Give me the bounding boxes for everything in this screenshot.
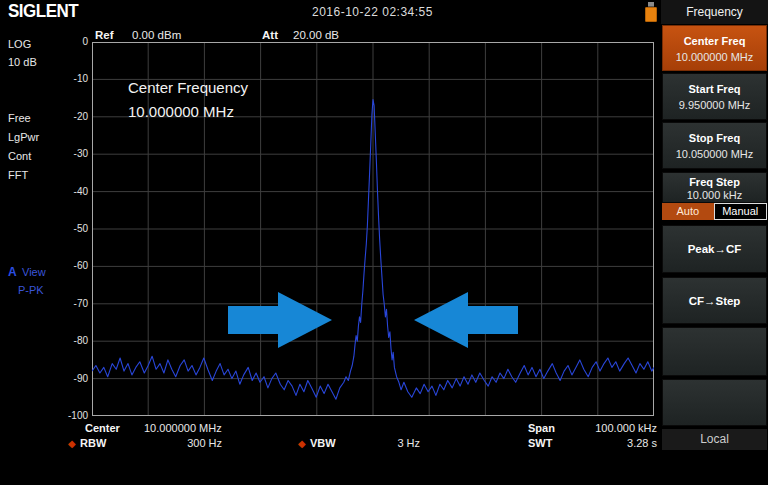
peak-to-cf-label: Peak→CF [688, 243, 742, 255]
attenuation-value: 20.00 dB [293, 29, 339, 41]
y-axis-tick: -10 [50, 73, 88, 84]
y-axis-tick: 0 [50, 36, 88, 47]
ref-level-label: Ref [95, 29, 114, 41]
vbw-coupled-diamond-icon: ◆ [298, 438, 306, 449]
swt-value: 3.28 s [558, 437, 657, 449]
scale-per-div-label: 10 dB [8, 56, 37, 68]
trigger-free-label: Free [8, 112, 31, 124]
sweep-cont-label: Cont [8, 150, 31, 162]
start-freq-button-value: 9.950000 MHz [663, 95, 766, 111]
attenuation-label: Att [262, 29, 278, 41]
span-readout-label: Span [528, 422, 555, 434]
y-axis-tick: -40 [50, 186, 88, 197]
y-axis-tick: -20 [50, 111, 88, 122]
amplitude-scale-label: LOG [8, 38, 31, 50]
top-bar: SIGLENT 2016-10-22 02:34:55 [0, 0, 661, 24]
freq-step-button-value: 10.000 kHz [663, 188, 766, 201]
local-button[interactable]: Local [662, 429, 767, 450]
cf-to-step-label: CF→Step [689, 295, 741, 307]
freq-step-button-label: Freq Step [663, 173, 766, 188]
swt-label: SWT [528, 437, 552, 449]
center-freq-readout-label: Center [85, 422, 120, 434]
fft-mode-label: FFT [8, 169, 28, 181]
vbw-label: VBW [310, 437, 336, 449]
softkey-sidebar: Frequency Center Freq 10.000000 MHz Star… [661, 0, 768, 485]
center-freq-readout-value: 10.000000 MHz [144, 422, 222, 434]
softkey-blank-1[interactable] [662, 327, 767, 376]
span-readout-value: 100.000 kHz [558, 422, 657, 434]
y-axis-tick: -70 [50, 298, 88, 309]
battery-body [645, 7, 657, 22]
freq-step-auto-manual-toggle: Auto Manual [662, 203, 767, 220]
spectrum-plot: Center Frequency 10.000000 MHz [92, 42, 654, 416]
menu-title: Frequency [661, 0, 768, 24]
center-frequency-annotation: Center Frequency 10.000000 MHz [128, 76, 248, 124]
siglent-logo: SIGLENT [8, 2, 78, 23]
center-freq-button-label: Center Freq [663, 26, 766, 47]
y-axis-tick: -50 [50, 223, 88, 234]
datetime-display: 2016-10-22 02:34:55 [312, 5, 433, 19]
trace-view-label: View [22, 266, 46, 278]
rbw-coupled-diamond-icon: ◆ [68, 438, 76, 449]
y-axis-tick: -30 [50, 148, 88, 159]
start-freq-button[interactable]: Start Freq 9.950000 MHz [662, 73, 767, 120]
annotation-line2: 10.000000 MHz [128, 100, 248, 124]
detector-label: P-PK [18, 284, 44, 296]
ref-level-value: 0.00 dBm [132, 29, 181, 41]
auto-option[interactable]: Auto [662, 203, 714, 220]
y-axis-tick: -80 [50, 335, 88, 346]
trace-a-label: A [8, 265, 17, 279]
spectrum-analyzer-screen: SIGLENT 2016-10-22 02:34:55 LOG 10 dB Fr… [0, 0, 768, 485]
stop-freq-button[interactable]: Stop Freq 10.050000 MHz [662, 122, 767, 169]
start-freq-button-label: Start Freq [663, 74, 766, 95]
freq-step-button[interactable]: Freq Step 10.000 kHz [662, 172, 767, 203]
stop-freq-button-label: Stop Freq [663, 123, 766, 144]
rbw-value: 300 Hz [146, 437, 222, 449]
y-axis-tick: -60 [50, 260, 88, 271]
freq-step-module: Freq Step 10.000 kHz Auto Manual [661, 172, 768, 220]
center-freq-button-value: 10.000000 MHz [663, 47, 766, 63]
annotation-line1: Center Frequency [128, 76, 248, 100]
stop-freq-button-value: 10.050000 MHz [663, 144, 766, 160]
softkey-blank-2[interactable] [662, 379, 767, 426]
y-axis-tick: -100 [50, 410, 88, 421]
lgpwr-label: LgPwr [8, 131, 39, 143]
manual-option[interactable]: Manual [714, 203, 768, 220]
y-axis-tick: -90 [50, 373, 88, 384]
battery-icon [645, 2, 657, 21]
rbw-label: RBW [80, 437, 106, 449]
vbw-value: 3 Hz [360, 437, 420, 449]
peak-to-cf-button[interactable]: Peak→CF [662, 225, 767, 273]
center-freq-button[interactable]: Center Freq 10.000000 MHz [662, 25, 767, 71]
cf-to-step-button[interactable]: CF→Step [662, 277, 767, 324]
